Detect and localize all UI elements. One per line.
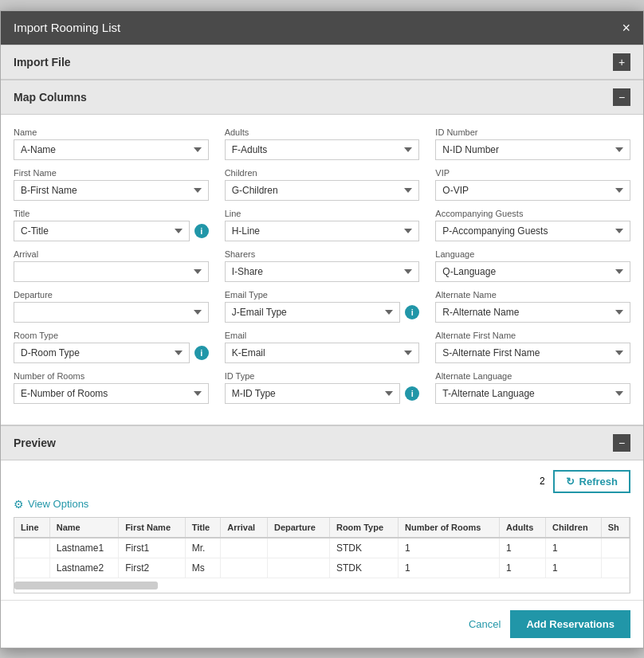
- select-title[interactable]: C-Title: [14, 221, 190, 241]
- select-wrapper-name: A-Name: [14, 139, 209, 160]
- preview-section-header: Preview −: [1, 425, 643, 460]
- cell-adults-1: 1: [500, 538, 546, 558]
- cancel-button[interactable]: Cancel: [469, 618, 501, 630]
- info-icon-title[interactable]: i: [194, 224, 209, 238]
- field-group-alt-first-name: Alternate First Name S-Alternate First N…: [435, 331, 630, 363]
- select-wrapper-children: G-Children: [225, 180, 420, 201]
- select-alt-first-name[interactable]: S-Alternate First Name: [435, 343, 630, 363]
- select-wrapper-language: Q-Language: [435, 261, 630, 282]
- cell-line-2: [14, 558, 49, 578]
- cell-departure-1: [267, 538, 329, 558]
- th-children: Children: [546, 518, 602, 538]
- field-group-children: Children G-Children: [225, 168, 420, 201]
- select-alt-name[interactable]: R-Alternate Name: [435, 302, 630, 323]
- cell-name-2: Lastname2: [49, 558, 118, 578]
- cell-name-1: Lastname1: [49, 538, 118, 558]
- field-group-num-rooms: Number of Rooms E-Number of Rooms: [14, 371, 209, 404]
- table-header-row: Line Name First Name Title Arrival Depar…: [14, 518, 630, 538]
- preview-toggle[interactable]: −: [613, 434, 630, 452]
- select-id-type[interactable]: M-ID Type: [225, 383, 401, 404]
- select-wrapper-line: H-Line: [225, 221, 420, 241]
- add-reservations-button[interactable]: Add Reservations: [510, 610, 630, 638]
- label-name: Name: [14, 127, 209, 137]
- select-sharers[interactable]: I-Share: [225, 261, 420, 282]
- map-columns-toggle[interactable]: −: [613, 88, 630, 106]
- field-group-alt-language: Alternate Language T-Alternate Language: [435, 371, 630, 404]
- select-email[interactable]: K-Email: [225, 343, 420, 363]
- field-group-alt-name: Alternate Name R-Alternate Name: [435, 290, 630, 323]
- label-id-type: ID Type: [225, 371, 420, 381]
- field-group-arrival: Arrival: [14, 249, 209, 282]
- label-arrival: Arrival: [14, 249, 209, 259]
- cell-num-rooms-2: 1: [399, 558, 500, 578]
- select-email-type[interactable]: J-Email Type: [225, 302, 401, 323]
- label-title: Title: [14, 209, 209, 218]
- select-adults[interactable]: F-Adults: [225, 139, 420, 160]
- label-sharers: Sharers: [225, 249, 420, 259]
- th-name: Name: [49, 518, 118, 538]
- label-num-rooms: Number of Rooms: [14, 371, 209, 381]
- select-alt-language[interactable]: T-Alternate Language: [435, 383, 630, 404]
- select-vip[interactable]: O-VIP: [435, 180, 630, 201]
- label-departure: Departure: [14, 290, 209, 300]
- select-departure[interactable]: [14, 302, 209, 323]
- select-wrapper-alt-first-name: S-Alternate First Name: [435, 343, 630, 363]
- select-language[interactable]: Q-Language: [435, 261, 630, 282]
- preview-table: Line Name First Name Title Arrival Depar…: [14, 518, 630, 593]
- th-room-type: Room Type: [329, 518, 398, 538]
- select-num-rooms[interactable]: E-Number of Rooms: [14, 383, 209, 404]
- select-room-type[interactable]: D-Room Type: [14, 343, 190, 363]
- map-columns-section-header: Map Columns −: [1, 80, 643, 115]
- field-group-room-type: Room Type D-Room Type i: [14, 331, 209, 363]
- select-wrapper-id-number: N-ID Number: [435, 139, 630, 160]
- th-title: Title: [185, 518, 221, 538]
- label-vip: VIP: [435, 168, 630, 178]
- cell-adults-2: 1: [500, 558, 546, 578]
- scrollbar-row: [14, 578, 630, 593]
- cell-first-name-1: First1: [119, 538, 186, 558]
- select-first-name[interactable]: B-First Name: [14, 180, 209, 201]
- import-file-toggle[interactable]: +: [613, 53, 630, 71]
- select-name[interactable]: A-Name: [14, 139, 209, 160]
- preview-section: Preview − 2 ↻ Refresh ⚙ View Options: [1, 425, 643, 600]
- horizontal-scrollbar[interactable]: [14, 582, 158, 589]
- select-arrival[interactable]: [14, 261, 209, 282]
- select-wrapper-alt-name: R-Alternate Name: [435, 302, 630, 323]
- select-wrapper-id-type: M-ID Type i: [225, 383, 420, 404]
- label-email: Email: [225, 331, 420, 340]
- modal-title: Import Rooming List: [14, 21, 120, 34]
- field-group-vip: VIP O-VIP: [435, 168, 630, 201]
- select-wrapper-vip: O-VIP: [435, 180, 630, 201]
- th-departure: Departure: [267, 518, 329, 538]
- field-column-1: Name A-Name First Name B-First Name Titl…: [14, 127, 209, 412]
- th-adults: Adults: [500, 518, 546, 538]
- info-icon-room-type[interactable]: i: [194, 346, 209, 360]
- select-wrapper-email-type: J-Email Type i: [225, 302, 420, 323]
- view-options-label: View Options: [28, 498, 88, 510]
- field-group-email-type: Email Type J-Email Type i: [225, 290, 420, 323]
- label-alt-language: Alternate Language: [435, 371, 630, 381]
- info-icon-email-type[interactable]: i: [405, 305, 419, 319]
- select-id-number[interactable]: N-ID Number: [435, 139, 630, 160]
- select-accompanying-guests[interactable]: P-Accompanying Guests: [435, 221, 630, 241]
- label-children: Children: [225, 168, 420, 178]
- refresh-button[interactable]: ↻ Refresh: [553, 470, 630, 493]
- label-alt-name: Alternate Name: [435, 290, 630, 300]
- info-icon-id-type[interactable]: i: [405, 386, 419, 401]
- cell-num-rooms-1: 1: [399, 538, 500, 558]
- cell-room-type-2: STDK: [329, 558, 398, 578]
- cell-children-1: 1: [546, 538, 602, 558]
- select-wrapper-departure: [14, 302, 209, 323]
- label-accompanying-guests: Accompanying Guests: [435, 209, 630, 218]
- select-line[interactable]: H-Line: [225, 221, 420, 241]
- select-children[interactable]: G-Children: [225, 180, 420, 201]
- label-adults: Adults: [225, 127, 420, 137]
- preview-table-wrapper: Line Name First Name Title Arrival Depar…: [14, 517, 630, 593]
- view-options-button[interactable]: ⚙ View Options: [14, 498, 88, 511]
- select-wrapper-first-name: B-First Name: [14, 180, 209, 201]
- field-column-3: ID Number N-ID Number VIP O-VIP Accompan…: [435, 127, 630, 412]
- label-language: Language: [435, 249, 630, 259]
- preview-label: Preview: [14, 437, 56, 449]
- close-button[interactable]: ×: [622, 21, 630, 35]
- cell-title-2: Ms: [185, 558, 221, 578]
